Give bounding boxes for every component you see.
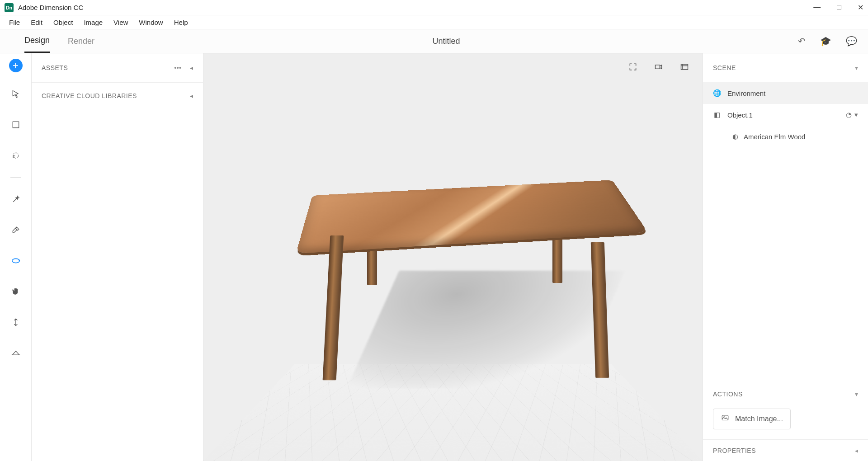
window-close-icon[interactable]: ✕ (858, 3, 863, 12)
undo-icon[interactable]: ↶ (798, 36, 806, 47)
horizon-tool-icon[interactable] (7, 344, 25, 362)
menu-edit[interactable]: Edit (25, 17, 48, 28)
pan-tool-icon[interactable] (7, 282, 25, 301)
orbit-tool-icon[interactable] (7, 252, 25, 270)
app-icon: Dn (5, 3, 14, 12)
scene-3d (203, 80, 703, 461)
assets-label: ASSETS (42, 64, 68, 71)
scene-panel-header[interactable]: SCENE ▾ (703, 53, 868, 82)
image-icon (721, 414, 730, 424)
eyedropper-tool-icon[interactable] (7, 221, 25, 239)
assets-collapse-icon[interactable]: ◂ (190, 64, 193, 71)
table-leg (591, 242, 609, 378)
viewport[interactable] (203, 53, 703, 461)
dolly-tool-icon[interactable] (7, 313, 25, 331)
tab-render[interactable]: Render (68, 29, 94, 53)
assets-panel-header[interactable]: ASSETS ••• ◂ (32, 53, 203, 82)
actions-panel-header[interactable]: ACTIONS ▾ (703, 383, 868, 405)
object-visibility-icon[interactable]: ◔ (846, 111, 852, 119)
svg-rect-2 (681, 64, 688, 70)
object-table[interactable] (277, 134, 629, 369)
main-area: + ASSETS (0, 53, 868, 461)
properties-collapse-icon[interactable]: ◂ (855, 447, 859, 454)
tab-design[interactable]: Design (24, 29, 50, 53)
scene-row-object[interactable]: ◧ Object.1 ◔ ▾ (703, 104, 868, 126)
mode-bar: Design Render Untitled ↶ 🎓 💬 (0, 29, 868, 53)
actions-collapse-icon[interactable]: ▾ (855, 390, 859, 398)
camera-bookmark-icon[interactable] (654, 62, 664, 74)
frame-all-icon[interactable] (628, 62, 637, 74)
menu-image[interactable]: Image (78, 17, 108, 28)
menu-object[interactable]: Object (48, 17, 78, 28)
add-content-button[interactable]: + (9, 59, 23, 72)
scene-row-label: American Elm Wood (744, 133, 805, 141)
tool-rail: + (0, 53, 32, 461)
scene-collapse-icon[interactable]: ▾ (855, 64, 859, 71)
window-maximize-icon[interactable]: □ (837, 3, 841, 12)
globe-icon: 🌐 (713, 89, 721, 97)
material-icon: ◐ (731, 132, 739, 141)
learn-icon[interactable]: 🎓 (820, 36, 831, 47)
svg-point-1 (12, 259, 19, 263)
libraries-panel-header[interactable]: CREATIVE CLOUD LIBRARIES ◂ (32, 82, 203, 108)
left-panel: ASSETS ••• ◂ CREATIVE CLOUD LIBRARIES ◂ (32, 53, 203, 461)
scene-label: SCENE (713, 64, 736, 71)
scene-row-environment[interactable]: 🌐 Environment (703, 82, 868, 104)
orbit-reset-icon[interactable] (7, 146, 25, 165)
window-minimize-icon[interactable]: — (813, 3, 821, 12)
menu-help[interactable]: Help (169, 17, 193, 28)
menu-bar: File Edit Object Image View Window Help (0, 15, 868, 29)
svg-rect-0 (13, 122, 19, 127)
feedback-icon[interactable]: 💬 (846, 36, 857, 47)
properties-label: PROPERTIES (713, 447, 756, 454)
libraries-collapse-icon[interactable]: ◂ (190, 92, 193, 99)
svg-point-4 (724, 416, 725, 417)
select-tool-icon[interactable] (7, 85, 25, 103)
scene-row-material[interactable]: ◐ American Elm Wood (703, 126, 868, 147)
marquee-tool-icon[interactable] (7, 116, 25, 134)
scene-row-label: Object.1 (726, 111, 753, 119)
svg-rect-3 (722, 415, 728, 420)
document-title: Untitled (94, 29, 798, 53)
app-title: Adobe Dimension CC (18, 4, 83, 11)
magic-wand-tool-icon[interactable] (7, 190, 25, 208)
match-image-label: Match Image... (735, 415, 783, 423)
menu-window[interactable]: Window (133, 17, 168, 28)
cube-icon: ◧ (713, 111, 721, 119)
match-image-button[interactable]: Match Image... (713, 409, 791, 429)
tool-divider (10, 177, 21, 178)
menu-view[interactable]: View (108, 17, 133, 28)
assets-more-icon[interactable]: ••• (174, 64, 181, 71)
table-leg (323, 235, 344, 380)
actions-label: ACTIONS (713, 390, 743, 398)
render-preview-icon[interactable] (680, 62, 689, 74)
right-panel: SCENE ▾ 🌐 Environment ◧ Object.1 ◔ ▾ ◐ A… (703, 53, 868, 461)
properties-panel-header[interactable]: PROPERTIES ◂ (703, 439, 868, 461)
scene-row-label: Environment (726, 89, 765, 97)
menu-file[interactable]: File (4, 17, 25, 28)
window-titlebar: Dn Adobe Dimension CC — □ ✕ (0, 0, 868, 15)
object-expand-icon[interactable]: ▾ (854, 111, 858, 119)
libraries-label: CREATIVE CLOUD LIBRARIES (42, 92, 137, 99)
